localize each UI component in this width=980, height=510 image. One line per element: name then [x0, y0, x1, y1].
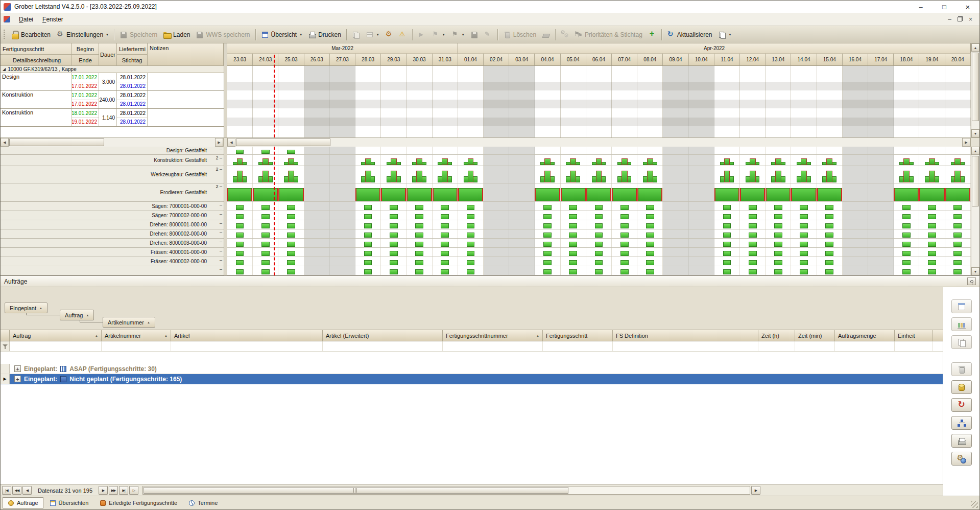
capacity-bar[interactable]	[766, 188, 791, 201]
capacity-bar[interactable]	[954, 171, 961, 182]
capacity-bar[interactable]	[646, 205, 654, 210]
capacity-bar[interactable]	[723, 269, 731, 274]
capacity-bar[interactable]	[458, 188, 483, 201]
capacity-bar[interactable]	[543, 205, 552, 210]
tab-ubersichten[interactable]: Übersichten	[44, 497, 94, 508]
capacity-bar[interactable]	[774, 251, 782, 256]
capacity-bar[interactable]	[825, 205, 833, 210]
scrollbar-thumb[interactable]	[972, 156, 979, 206]
capacity-bar[interactable]	[723, 251, 731, 256]
capacity-bar[interactable]	[928, 214, 936, 219]
capacity-bar[interactable]	[569, 251, 577, 256]
capacity-bar[interactable]	[953, 269, 962, 274]
capacity-bar[interactable]	[749, 205, 757, 210]
capacity-bar[interactable]	[723, 214, 731, 219]
capacity-bar[interactable]	[774, 233, 782, 238]
capacity-bar[interactable]	[902, 242, 911, 247]
capacity-bar[interactable]	[749, 269, 757, 274]
capacity-bar[interactable]	[390, 260, 398, 265]
capacity-bar[interactable]	[535, 188, 560, 201]
capacity-bar[interactable]	[543, 214, 552, 219]
capacity-bar[interactable]	[928, 223, 936, 228]
scroll-down-button[interactable]: ▼	[971, 129, 979, 137]
capacity-bar[interactable]	[441, 251, 449, 256]
capacity-bar[interactable]	[928, 269, 936, 274]
column-header-beginn[interactable]: Beginn	[72, 43, 99, 55]
capacity-bar[interactable]	[902, 205, 911, 210]
more-records-button[interactable]: ▷	[129, 486, 138, 495]
capacity-bar[interactable]	[774, 269, 782, 274]
previous-record-button[interactable]: ◀	[22, 486, 32, 495]
capacity-bar[interactable]	[364, 251, 372, 256]
capacity-bar[interactable]	[441, 223, 449, 228]
capacity-bar[interactable]	[903, 158, 910, 165]
capacity-bar[interactable]	[817, 188, 842, 201]
capacity-bar[interactable]	[800, 269, 808, 274]
capacity-bar[interactable]	[544, 171, 551, 182]
filter-cell-einheit[interactable]	[895, 341, 933, 351]
capacity-bar[interactable]	[543, 251, 552, 256]
capacity-bar[interactable]	[287, 205, 295, 210]
scrollbar-thumb[interactable]	[236, 138, 330, 146]
scroll-left-button[interactable]: ◀	[1, 138, 9, 147]
plus-green-button[interactable]	[646, 29, 659, 40]
capacity-bar[interactable]	[620, 260, 629, 265]
capacity-bar[interactable]	[415, 260, 423, 265]
capacity-bar[interactable]	[800, 242, 808, 247]
column-header-artikel[interactable]: Artikel	[171, 330, 323, 341]
capacity-bar[interactable]	[237, 171, 243, 182]
capacity-bar[interactable]	[569, 260, 577, 265]
capacity-bar[interactable]	[928, 233, 936, 238]
capacity-bar[interactable]	[620, 233, 629, 238]
capacity-bar[interactable]	[800, 223, 808, 228]
column-header-dauer[interactable]: Dauer	[99, 43, 117, 66]
capacity-bar[interactable]	[236, 214, 244, 219]
capacity-bar[interactable]	[416, 158, 422, 165]
capacity-bar[interactable]	[953, 242, 962, 247]
filter-cell-zeit-h[interactable]	[758, 341, 795, 351]
capacity-bar[interactable]	[724, 171, 730, 182]
capacity-bar[interactable]	[825, 242, 833, 247]
capacity-bar[interactable]	[415, 269, 423, 274]
capacity-bar[interactable]	[415, 214, 423, 219]
capacity-bar[interactable]	[945, 188, 970, 201]
capacity-bar[interactable]	[800, 205, 808, 210]
capacity-bar[interactable]	[365, 158, 371, 165]
capacity-bar[interactable]	[236, 260, 244, 265]
capacity-bar[interactable]	[825, 260, 833, 265]
column-header-ende[interactable]: Ende	[72, 55, 99, 66]
splitter[interactable]	[224, 147, 227, 275]
filter-cell-fs-definition[interactable]	[613, 341, 758, 351]
printer2-button[interactable]	[951, 434, 972, 448]
capacity-bar[interactable]	[543, 223, 552, 228]
capacity-bar[interactable]	[468, 171, 474, 182]
capacity-bar[interactable]	[825, 214, 833, 219]
capacity-bar[interactable]	[261, 150, 270, 154]
capacity-bar[interactable]	[723, 242, 731, 247]
column-header-artikelnummer[interactable]: Artikelnummer▲	[102, 330, 171, 341]
capacity-bar[interactable]	[467, 242, 475, 247]
capacity-bar[interactable]	[800, 260, 808, 265]
capacity-bar[interactable]	[826, 158, 832, 165]
gantt-horizontal-scrollbar[interactable]: ◀ ▶	[227, 138, 971, 147]
maximize-button[interactable]: □	[933, 1, 956, 13]
capacity-bar[interactable]	[586, 188, 611, 201]
capacity-bar[interactable]	[801, 171, 807, 182]
filter-cell-artikel[interactable]	[171, 341, 323, 351]
capacity-bar[interactable]	[468, 158, 474, 165]
menu-fenster[interactable]: Fenster	[38, 14, 68, 25]
group-by-artikelnummer[interactable]: Artikelnummer▲	[103, 317, 155, 328]
capacity-bar[interactable]	[288, 158, 294, 165]
calendar-button[interactable]	[951, 299, 972, 313]
capacity-bar[interactable]	[620, 242, 629, 247]
gantt-vertical-scrollbar[interactable]: ▲ ▼	[971, 43, 979, 137]
capacity-bar[interactable]	[902, 214, 911, 219]
capacity-bar[interactable]	[288, 171, 294, 182]
splitter[interactable]	[224, 43, 227, 137]
capacity-bar[interactable]	[236, 150, 244, 154]
group-by-auftrag[interactable]: Auftrag▲	[60, 310, 94, 320]
capacity-bar[interactable]	[570, 158, 576, 165]
capacity-bar[interactable]	[287, 233, 295, 238]
capacity-bar[interactable]	[774, 205, 782, 210]
capacity-bar[interactable]	[646, 214, 654, 219]
